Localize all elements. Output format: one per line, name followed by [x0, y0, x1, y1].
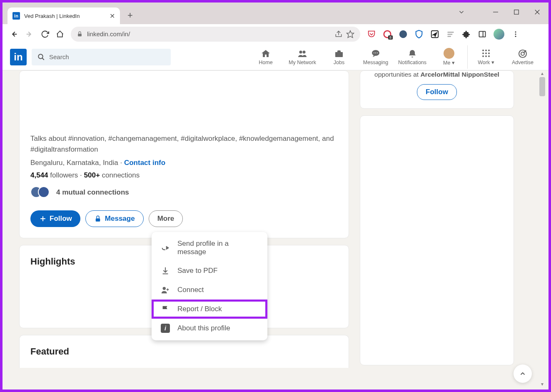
info-icon: i [161, 324, 170, 333]
nav-jobs[interactable]: Jobs [321, 44, 357, 70]
close-tab-icon[interactable]: ✕ [110, 12, 115, 20]
profile-actions: Follow Message More [30, 210, 338, 227]
reload-button[interactable] [41, 30, 49, 38]
svg-point-35 [485, 55, 487, 57]
address-bar[interactable]: linkedin.com/in/ [71, 27, 360, 42]
chevron-up-icon [519, 370, 526, 377]
linkedin-favicon-icon: in [12, 12, 20, 20]
bell-icon [407, 49, 417, 59]
profile-top-spacer [30, 71, 338, 133]
svg-rect-11 [448, 32, 454, 33]
linkedin-header: in Search Home My Network Jobs Messaging… [2, 44, 549, 70]
nav-messaging[interactable]: Messaging [357, 44, 394, 70]
grid-icon [481, 48, 491, 58]
svg-point-18 [515, 35, 516, 37]
svg-point-33 [488, 52, 490, 54]
pocket-icon[interactable] [367, 30, 376, 39]
nav-notifications[interactable]: Notifications [394, 44, 431, 70]
nav-home[interactable]: Home [247, 44, 284, 70]
svg-point-42 [163, 287, 166, 290]
home-icon [261, 49, 271, 59]
suggested-follow-card: opportunities at ArcelorMittal NipponSte… [360, 70, 514, 109]
scroll-down-arrow-icon[interactable]: ▾ [539, 381, 546, 387]
svg-point-28 [482, 50, 484, 51]
svg-point-26 [375, 52, 376, 53]
people-icon [297, 49, 307, 59]
arrow-forward-icon [161, 243, 170, 252]
main-column: Talks about #innovation, #changemanageme… [19, 70, 349, 390]
lock-icon [94, 215, 102, 222]
extension-send-icon[interactable] [430, 30, 439, 39]
global-nav: Home My Network Jobs Messaging Notificat… [247, 44, 541, 70]
tab-search-icon[interactable] [458, 8, 465, 17]
flag-icon [161, 305, 170, 314]
forward-button[interactable] [25, 30, 34, 39]
extension-red-icon[interactable]: 8 [383, 30, 392, 39]
sidepanel-icon[interactable] [478, 30, 487, 39]
follow-button[interactable]: Follow [30, 210, 80, 227]
dd-connect[interactable]: Connect [152, 280, 267, 300]
more-dropdown: Send profile in a message Save to PDF Co… [152, 232, 267, 340]
bookmark-star-icon[interactable] [346, 30, 354, 38]
svg-rect-41 [96, 218, 100, 222]
scroll-up-arrow-icon[interactable]: ▴ [539, 70, 546, 76]
svg-line-20 [42, 58, 44, 60]
chevron-down-icon: ▾ [452, 60, 455, 66]
download-icon [161, 266, 170, 275]
contact-info-link[interactable]: Contact info [124, 159, 165, 167]
back-button[interactable] [9, 30, 18, 39]
svg-point-21 [299, 50, 302, 53]
nav-advertise[interactable]: Advertise [504, 44, 541, 70]
extension-shield-icon[interactable] [414, 30, 424, 39]
svg-rect-6 [78, 34, 82, 36]
dd-report-block[interactable]: Report / Block [152, 300, 267, 319]
svg-point-27 [377, 52, 378, 53]
dd-save-pdf[interactable]: Save to PDF [152, 261, 267, 280]
svg-point-19 [38, 54, 43, 59]
home-button[interactable] [56, 30, 64, 38]
maximize-icon[interactable] [513, 8, 520, 17]
extension-ninja-icon[interactable] [399, 30, 408, 39]
chrome-menu-icon[interactable] [511, 30, 520, 39]
page-scrollbar[interactable]: ▴ ▾ [539, 70, 546, 387]
svg-point-30 [488, 50, 490, 51]
scroll-to-top-button[interactable] [514, 365, 532, 383]
browser-chrome: in Ved Prakash | LinkedIn ✕ + linkedin.c… [2, 2, 549, 44]
svg-point-36 [488, 55, 490, 57]
svg-rect-23 [335, 52, 343, 57]
dd-send-profile[interactable]: Send profile in a message [152, 235, 267, 261]
nav-me[interactable]: Me ▾ [431, 44, 467, 70]
chat-icon [371, 49, 381, 59]
url-text: linkedin.com/in/ [87, 30, 130, 37]
search-placeholder: Search [49, 53, 69, 60]
tab-title: Ved Prakash | LinkedIn [24, 13, 105, 19]
dd-about-profile[interactable]: i About this profile [152, 319, 267, 338]
share-icon[interactable] [334, 30, 343, 38]
scroll-thumb[interactable] [539, 77, 545, 96]
new-tab-button[interactable]: + [127, 10, 133, 21]
minimize-icon[interactable] [492, 8, 499, 17]
window-controls [492, 8, 541, 17]
search-input[interactable]: Search [32, 49, 171, 65]
linkedin-logo-icon[interactable]: in [10, 49, 27, 65]
message-button[interactable]: Message [85, 210, 144, 227]
svg-point-22 [303, 50, 306, 53]
svg-point-16 [515, 31, 516, 32]
browser-tab[interactable]: in Ved Prakash | LinkedIn ✕ [7, 7, 120, 24]
sidebar-follow-button[interactable]: Follow [417, 84, 457, 100]
svg-point-25 [374, 52, 374, 53]
extensions-menu-icon[interactable] [462, 30, 471, 39]
content-area: Talks about #innovation, #changemanageme… [2, 70, 549, 390]
svg-marker-7 [347, 30, 354, 37]
more-button[interactable]: More [149, 210, 183, 227]
profile-avatar-icon[interactable] [494, 29, 504, 40]
extension-list-icon[interactable] [446, 30, 455, 39]
svg-point-31 [482, 52, 484, 54]
nav-work[interactable]: Work ▾ [468, 44, 504, 70]
mutual-connections[interactable]: 4 mutual connections [30, 186, 338, 199]
nav-network[interactable]: My Network [284, 44, 321, 70]
svg-point-32 [485, 52, 487, 54]
profile-card: Talks about #innovation, #changemanageme… [19, 70, 349, 238]
close-window-icon[interactable] [534, 8, 541, 17]
svg-rect-14 [479, 31, 486, 37]
